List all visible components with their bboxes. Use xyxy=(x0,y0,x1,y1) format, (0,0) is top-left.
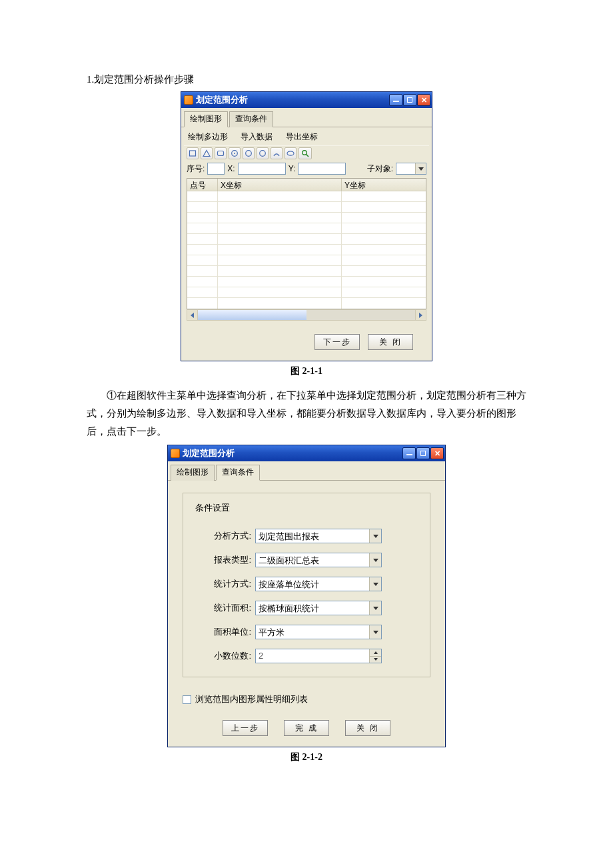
next-button[interactable]: 下一步 xyxy=(314,334,360,350)
grid-body xyxy=(187,191,426,309)
titlebar: 划定范围分析 ✕ xyxy=(168,445,445,461)
svg-marker-1 xyxy=(203,151,210,157)
client-area: 绘制多边形 导入数据 导出坐标 序号: xyxy=(181,127,432,361)
shape-toolbar xyxy=(184,145,429,161)
label-decimals: 小数位数: xyxy=(193,650,251,662)
figure-2-caption: 图 2-1-2 xyxy=(87,751,526,763)
finish-button[interactable]: 完 成 xyxy=(284,720,329,736)
tab-query-conditions[interactable]: 查询条件 xyxy=(216,465,260,481)
dropdown-icon[interactable] xyxy=(369,625,381,639)
checkbox-row: 浏览范围内图形属性明细列表 xyxy=(171,689,442,709)
row-decimals: 小数位数: 2 xyxy=(193,649,420,663)
seq-label: 序号: xyxy=(187,163,205,175)
x-input[interactable] xyxy=(238,163,286,175)
ellipse-tool-icon[interactable] xyxy=(285,147,297,159)
menu-draw-polygon[interactable]: 绘制多边形 xyxy=(188,132,228,141)
x-label: X: xyxy=(227,164,235,173)
maximize-button[interactable] xyxy=(416,447,430,459)
window-system-buttons: ✕ xyxy=(389,94,430,106)
figure-2-container: 划定范围分析 ✕ 绘制图形 查询条件 条件设置 分析方式: 划定范围 xyxy=(87,445,526,747)
select-stat-area[interactable]: 按椭球面积统计 xyxy=(255,601,382,615)
arc-tool-icon[interactable] xyxy=(271,147,283,159)
y-label: Y: xyxy=(289,164,296,173)
window-title: 划定范围分析 xyxy=(196,94,386,106)
col-point-no[interactable]: 点号 xyxy=(187,179,218,191)
tab-bar: 绘制图形 查询条件 xyxy=(168,461,445,481)
menu-export-coord[interactable]: 导出坐标 xyxy=(286,132,318,141)
app-icon xyxy=(184,95,193,105)
close-dialog-button[interactable]: 关 闭 xyxy=(368,334,413,350)
tab-bar: 绘制图形 查询条件 xyxy=(181,108,432,127)
submenu-bar: 绘制多边形 导入数据 导出坐标 xyxy=(184,130,429,145)
window-system-buttons: ✕ xyxy=(402,447,444,459)
minimize-button[interactable] xyxy=(389,94,402,106)
circle3-tool-icon[interactable] xyxy=(257,147,269,159)
spinner-decimals[interactable]: 2 xyxy=(255,649,382,663)
scroll-left-icon[interactable] xyxy=(187,310,198,320)
zoom-tool-icon[interactable] xyxy=(299,147,312,159)
svg-point-4 xyxy=(234,153,235,154)
svg-point-8 xyxy=(303,151,306,155)
tab-draw-shape[interactable]: 绘制图形 xyxy=(184,111,228,127)
condition-fieldset: 条件设置 分析方式: 划定范围出报表 报表类型: 二级面积汇总表 xyxy=(183,493,430,677)
horizontal-scrollbar[interactable] xyxy=(187,309,426,321)
triangle-tool-icon[interactable] xyxy=(201,147,213,159)
label-area-unit: 面积单位: xyxy=(193,626,251,638)
dialog-range-analysis-2: 划定范围分析 ✕ 绘制图形 查询条件 条件设置 分析方式: 划定范围 xyxy=(167,445,446,747)
tab-draw-shape[interactable]: 绘制图形 xyxy=(171,465,215,481)
svg-line-9 xyxy=(306,154,308,157)
row-area-unit: 面积单位: 平方米 xyxy=(193,625,420,639)
select-analysis-mode[interactable]: 划定范围出报表 xyxy=(255,529,382,543)
window-title: 划定范围分析 xyxy=(183,447,400,459)
figure-1-container: 划定范围分析 ✕ 绘制图形 查询条件 绘制多边形 导入数据 导出坐标 xyxy=(87,91,526,361)
prev-button[interactable]: 上一步 xyxy=(223,720,268,736)
label-analysis-mode: 分析方式: xyxy=(193,530,251,542)
spinner-down-icon[interactable] xyxy=(370,657,381,663)
fieldset-legend: 条件设置 xyxy=(193,502,233,514)
col-x-coord[interactable]: X坐标 xyxy=(218,179,342,191)
coord-input-row: 序号: X: Y: 子对象: xyxy=(184,161,429,177)
close-button[interactable]: ✕ xyxy=(417,94,430,106)
client-area: 条件设置 分析方式: 划定范围出报表 报表类型: 二级面积汇总表 xyxy=(168,481,445,747)
svg-rect-0 xyxy=(190,151,196,156)
select-area-unit[interactable]: 平方米 xyxy=(255,625,382,639)
svg-point-5 xyxy=(246,151,252,157)
figure-1-caption: 图 2-1-1 xyxy=(87,365,526,377)
select-stat-mode[interactable]: 按座落单位统计 xyxy=(255,577,382,591)
minimize-button[interactable] xyxy=(402,447,416,459)
dropdown-icon[interactable] xyxy=(369,553,381,567)
label-report-type: 报表类型: xyxy=(193,554,251,566)
row-analysis-mode: 分析方式: 划定范围出报表 xyxy=(193,529,420,543)
spinner-up-icon[interactable] xyxy=(370,649,381,657)
circle2-tool-icon[interactable] xyxy=(243,147,255,159)
body-paragraph-1: ①在超图软件主菜单中选择查询分析，在下拉菜单中选择划定范围分析，划定范围分析有三… xyxy=(87,387,526,441)
menu-import-data[interactable]: 导入数据 xyxy=(241,132,273,141)
rounded-rect-tool-icon[interactable] xyxy=(215,147,227,159)
dropdown-icon[interactable] xyxy=(369,529,381,543)
circle-tool-icon[interactable] xyxy=(229,147,241,159)
dropdown-icon[interactable] xyxy=(415,163,426,174)
subobj-combo[interactable] xyxy=(396,163,426,175)
button-row: 下一步 关 闭 xyxy=(184,323,429,358)
app-icon xyxy=(171,449,180,458)
y-input[interactable] xyxy=(298,163,346,175)
svg-point-6 xyxy=(260,151,266,157)
svg-point-7 xyxy=(287,151,294,155)
coord-grid: 点号 X坐标 Y坐标 xyxy=(187,178,426,309)
select-report-type[interactable]: 二级面积汇总表 xyxy=(255,553,382,567)
seq-input[interactable] xyxy=(207,163,225,175)
maximize-button[interactable] xyxy=(403,94,416,106)
checkbox-browse-detail[interactable] xyxy=(183,695,191,704)
row-report-type: 报表类型: 二级面积汇总表 xyxy=(193,553,420,567)
tab-query-conditions[interactable]: 查询条件 xyxy=(229,111,273,127)
scroll-right-icon[interactable] xyxy=(415,310,426,320)
dropdown-icon[interactable] xyxy=(369,577,381,591)
row-stat-mode: 统计方式: 按座落单位统计 xyxy=(193,577,420,591)
dialog-range-analysis-1: 划定范围分析 ✕ 绘制图形 查询条件 绘制多边形 导入数据 导出坐标 xyxy=(181,91,432,361)
svg-rect-2 xyxy=(218,151,224,156)
rect-tool-icon[interactable] xyxy=(187,147,199,159)
dropdown-icon[interactable] xyxy=(369,601,381,615)
col-y-coord[interactable]: Y坐标 xyxy=(342,179,426,191)
close-button[interactable]: ✕ xyxy=(430,447,444,459)
close-dialog-button[interactable]: 关 闭 xyxy=(345,720,390,736)
